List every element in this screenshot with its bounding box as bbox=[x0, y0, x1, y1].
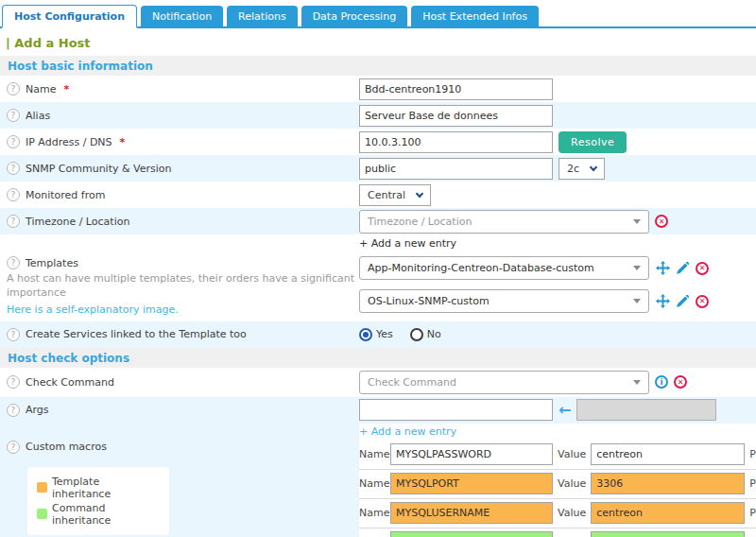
macro-name-label: Name bbox=[359, 507, 386, 519]
row-ip-address: IP Address / DNS * Resolve bbox=[0, 129, 756, 155]
delete-template-icon[interactable] bbox=[696, 262, 709, 275]
green-swatch-icon bbox=[37, 509, 47, 519]
help-icon[interactable] bbox=[7, 162, 20, 175]
args-input[interactable] bbox=[359, 399, 553, 421]
macro-name-input[interactable] bbox=[390, 473, 553, 494]
move-icon[interactable] bbox=[656, 261, 670, 275]
name-label: Name bbox=[26, 83, 56, 95]
macro-name-label: Name bbox=[359, 448, 386, 460]
macro-value-label: Value bbox=[558, 448, 586, 460]
help-icon[interactable] bbox=[7, 375, 20, 389]
command-info-icon[interactable] bbox=[655, 375, 668, 389]
section-host-basic-information: Host basic information bbox=[0, 56, 756, 76]
help-icon[interactable] bbox=[7, 441, 20, 454]
dropdown-arrow-icon bbox=[633, 380, 641, 385]
monitored-from-label: Monitored from bbox=[26, 189, 105, 201]
macro-name-input[interactable] bbox=[390, 531, 553, 537]
legend-label: Template inheritance bbox=[52, 476, 160, 500]
timezone-placeholder: Timezone / Location bbox=[368, 216, 472, 228]
templates-label: Templates bbox=[26, 257, 78, 269]
args-label: Args bbox=[26, 404, 49, 416]
row-add-timezone-entry: + Add a new entry bbox=[0, 234, 756, 252]
create-services-yes-radio[interactable]: Yes bbox=[359, 328, 393, 341]
row-name: Name * bbox=[0, 76, 756, 102]
timezone-combobox[interactable]: Timezone / Location bbox=[359, 210, 649, 234]
radio-unselected-icon bbox=[410, 328, 423, 341]
resolve-button[interactable]: Resolve bbox=[558, 131, 627, 153]
move-icon[interactable] bbox=[656, 294, 670, 308]
edit-pencil-icon[interactable] bbox=[677, 262, 689, 274]
macro-name-input[interactable] bbox=[390, 443, 553, 465]
ip-address-label: IP Address / DNS bbox=[26, 136, 112, 148]
tab-host-extended-infos[interactable]: Host Extended Infos bbox=[411, 6, 539, 26]
check-command-placeholder: Check Command bbox=[368, 376, 456, 389]
clear-command-icon[interactable] bbox=[674, 375, 687, 389]
monitored-from-value: Central bbox=[368, 189, 405, 201]
help-icon[interactable] bbox=[7, 215, 20, 228]
help-icon[interactable] bbox=[7, 82, 20, 95]
template-2-combobox[interactable]: OS-Linux-SNMP-custom bbox=[359, 289, 649, 313]
orange-swatch-icon bbox=[37, 482, 47, 493]
tab-bar: Host Configuration Notification Relation… bbox=[0, 0, 756, 28]
row-check-command: Check Command Check Command bbox=[0, 368, 756, 397]
password-label-truncated: P bbox=[749, 448, 756, 460]
macro-value-input[interactable] bbox=[591, 443, 745, 465]
template-1-combobox[interactable]: App-Monitoring-Centreon-Database-custom bbox=[359, 256, 649, 280]
monitored-from-select[interactable]: Central bbox=[359, 184, 431, 206]
template-2-value: OS-Linux-SNMP-custom bbox=[368, 295, 490, 307]
required-asterisk: * bbox=[120, 136, 126, 148]
chevron-down-icon bbox=[590, 163, 597, 170]
no-label: No bbox=[427, 328, 441, 340]
password-label-truncated: P bbox=[749, 507, 756, 519]
add-macro-entry-link[interactable]: + Add a new entry bbox=[359, 423, 456, 441]
help-icon[interactable] bbox=[7, 404, 20, 417]
create-services-label: Create Services linked to the Template t… bbox=[26, 328, 247, 340]
help-icon[interactable] bbox=[7, 135, 20, 148]
tab-data-processing[interactable]: Data Processing bbox=[301, 6, 408, 26]
tab-host-configuration[interactable]: Host Configuration bbox=[2, 5, 137, 28]
tab-relations[interactable]: Relations bbox=[227, 6, 298, 26]
macro-value-input[interactable] bbox=[591, 502, 745, 524]
row-monitored-from: Monitored from Central bbox=[0, 182, 756, 208]
row-create-services: Create Services linked to the Template t… bbox=[0, 321, 756, 348]
alias-input[interactable] bbox=[359, 105, 553, 127]
create-services-no-radio[interactable]: No bbox=[410, 328, 441, 341]
macro-value-input[interactable] bbox=[591, 473, 745, 494]
name-input[interactable] bbox=[359, 78, 553, 100]
macro-name-label: Name bbox=[359, 477, 386, 490]
template-entry: App-Monitoring-Centreon-Database-custom bbox=[359, 256, 709, 280]
row-snmp: SNMP Community & Version 2c bbox=[0, 155, 756, 182]
inheritance-legend: Template inheritance Command inheritance bbox=[27, 467, 169, 535]
clear-timezone-icon[interactable] bbox=[655, 215, 668, 228]
macro-row: Name Value P bbox=[359, 470, 756, 499]
snmp-version-select[interactable]: 2c bbox=[558, 158, 605, 180]
delete-template-icon[interactable] bbox=[696, 295, 709, 308]
ip-address-input[interactable] bbox=[359, 131, 553, 153]
add-new-entry-link[interactable]: + Add a new entry bbox=[359, 234, 456, 252]
help-icon[interactable] bbox=[7, 256, 20, 269]
legend-command-inheritance: Command inheritance bbox=[37, 502, 160, 527]
macro-value-input[interactable] bbox=[591, 531, 745, 537]
macro-name-input[interactable] bbox=[390, 502, 553, 524]
row-timezone: Timezone / Location Timezone / Location bbox=[0, 208, 756, 234]
check-command-label: Check Command bbox=[26, 376, 114, 389]
dropdown-arrow-icon bbox=[633, 219, 641, 224]
args-disabled-field bbox=[576, 399, 716, 421]
help-icon[interactable] bbox=[7, 328, 20, 341]
check-command-combobox[interactable]: Check Command bbox=[359, 371, 649, 394]
macro-value-label: Value bbox=[558, 477, 586, 490]
radio-selected-icon bbox=[359, 328, 372, 341]
timezone-label: Timezone / Location bbox=[26, 216, 129, 228]
password-label-truncated: P bbox=[749, 477, 756, 490]
templates-example-link[interactable]: Here is a self-explanatory image. bbox=[7, 303, 179, 316]
snmp-community-input[interactable] bbox=[359, 158, 553, 180]
help-icon[interactable] bbox=[7, 188, 20, 201]
help-icon[interactable] bbox=[7, 109, 20, 122]
edit-pencil-icon[interactable] bbox=[677, 295, 689, 307]
custom-macros-block: Custom macros Template inheritance Comma… bbox=[0, 424, 756, 537]
left-arrow-icon[interactable] bbox=[558, 403, 571, 418]
row-templates: Templates A host can have multiple templ… bbox=[0, 252, 756, 321]
row-alias: Alias bbox=[0, 102, 756, 129]
tab-notification[interactable]: Notification bbox=[141, 6, 223, 26]
snmp-version-value: 2c bbox=[567, 163, 579, 175]
